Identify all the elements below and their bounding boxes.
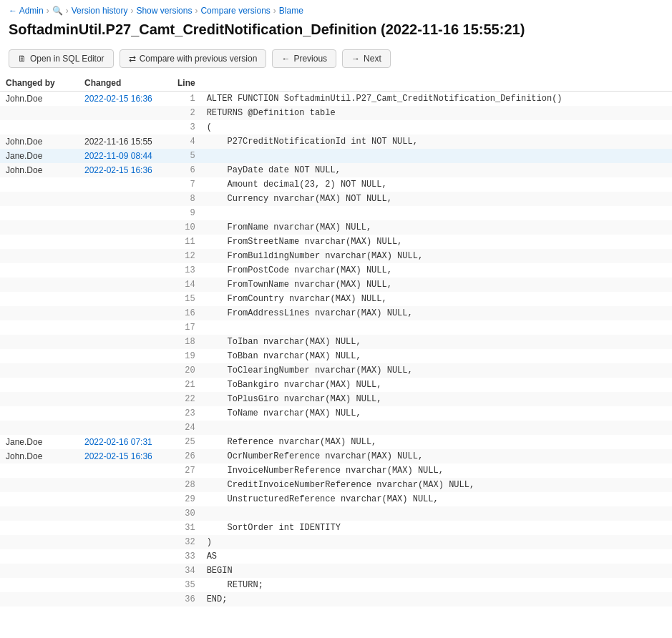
table-row: John.Doe2022-02-15 16:361ALTER FUNCTION …	[0, 92, 672, 107]
cell-code: InvoiceNumberReference nvarchar(MAX) NUL…	[201, 463, 672, 478]
cell-changed-by	[0, 320, 79, 335]
cell-changed[interactable]: 2022-02-16 07:31	[79, 435, 172, 449]
cell-line-number: 30	[172, 506, 201, 521]
cell-changed-by	[0, 535, 79, 549]
cell-changed	[79, 306, 172, 320]
cell-changed-by	[0, 220, 79, 235]
changed-link[interactable]: 2022-02-15 16:36	[84, 451, 152, 461]
cell-code: RETURNS @Definition table	[201, 106, 672, 120]
cell-changed-by	[0, 578, 79, 592]
compare-with-previous-button[interactable]: ⇄ Compare with previous version	[120, 49, 267, 68]
breadcrumb-sep-2: ›	[66, 6, 69, 16]
table-row: 16 FromAddressLines nvarchar(MAX) NULL,	[0, 306, 672, 320]
cell-changed[interactable]: 2022-02-15 16:36	[79, 449, 172, 463]
cell-changed-by: John.Doe	[0, 449, 79, 463]
cell-changed-by	[0, 192, 79, 206]
table-row: Jane.Doe2022-02-16 07:3125 Reference nva…	[0, 435, 672, 449]
table-row: 29 UnstructuredReference nvarchar(MAX) N…	[0, 492, 672, 506]
table-row: 36END;	[0, 592, 672, 607]
cell-code: ToBankgiro nvarchar(MAX) NULL,	[201, 378, 672, 392]
breadcrumb-sep-4: ›	[195, 6, 198, 16]
table-row: 2RETURNS @Definition table	[0, 106, 672, 120]
cell-line-number: 6	[172, 163, 201, 177]
cell-changed	[79, 120, 172, 134]
cell-line-number: 14	[172, 278, 201, 292]
header-code	[201, 75, 672, 92]
next-button[interactable]: → Next	[342, 49, 391, 68]
cell-line-number: 18	[172, 335, 201, 349]
breadcrumb-admin[interactable]: ← Admin	[9, 6, 44, 16]
breadcrumb-compare-versions[interactable]: Compare versions	[200, 6, 270, 16]
cell-line-number: 25	[172, 435, 201, 449]
breadcrumb-version-history[interactable]: Version history	[72, 6, 128, 16]
cell-changed-by: Jane.Doe	[0, 435, 79, 449]
cell-line-number: 2	[172, 106, 201, 120]
header-line: Line	[172, 75, 201, 92]
table-row: 19 ToBban nvarchar(MAX) NULL,	[0, 349, 672, 363]
cell-line-number: 11	[172, 235, 201, 249]
cell-line-number: 20	[172, 363, 201, 378]
compare-label: Compare with previous version	[140, 54, 258, 64]
changed-link[interactable]: 2022-11-09 08:44	[84, 151, 152, 161]
cell-changed[interactable]: 2022-02-15 16:36	[79, 92, 172, 107]
table-row: 34BEGIN	[0, 564, 672, 578]
table-row: 22 ToPlusGiro nvarchar(MAX) NULL,	[0, 392, 672, 406]
changed-link[interactable]: 2022-02-16 07:31	[84, 437, 152, 447]
cell-changed	[79, 363, 172, 378]
breadcrumb-blame[interactable]: Blame	[279, 6, 303, 16]
cell-line-number: 36	[172, 592, 201, 607]
cell-changed	[79, 521, 172, 535]
table-row: 27 InvoiceNumberReference nvarchar(MAX) …	[0, 463, 672, 478]
cell-line-number: 16	[172, 306, 201, 320]
breadcrumb-sep-1: ›	[47, 6, 49, 16]
cell-code	[201, 149, 672, 163]
previous-button[interactable]: ← Previous	[272, 49, 336, 68]
cell-changed	[79, 220, 172, 235]
cell-changed-by	[0, 406, 79, 421]
cell-changed-by	[0, 306, 79, 320]
code-table: Changed by Changed Line John.Doe2022-02-…	[0, 75, 672, 607]
cell-line-number: 24	[172, 421, 201, 435]
cell-changed-by	[0, 521, 79, 535]
cell-changed	[79, 263, 172, 278]
cell-changed[interactable]: 2022-11-09 08:44	[79, 149, 172, 163]
cell-changed	[79, 578, 172, 592]
cell-changed[interactable]: 2022-02-15 16:36	[79, 163, 172, 177]
table-row: 28 CreditInvoiceNumberReference nvarchar…	[0, 478, 672, 492]
table-row: 18 ToIban nvarchar(MAX) NULL,	[0, 335, 672, 349]
cell-code: FromTownName nvarchar(MAX) NULL,	[201, 278, 672, 292]
cell-changed-by: John.Doe	[0, 92, 79, 107]
cell-line-number: 23	[172, 406, 201, 421]
table-row: 8 Currency nvarchar(MAX) NOT NULL,	[0, 192, 672, 206]
toolbar: 🗎 Open in SQL Editor ⇄ Compare with prev…	[0, 45, 672, 75]
cell-changed	[79, 564, 172, 578]
cell-line-number: 12	[172, 249, 201, 263]
table-row: 11 FromStreetName nvarchar(MAX) NULL,	[0, 235, 672, 249]
table-row: 14 FromTownName nvarchar(MAX) NULL,	[0, 278, 672, 292]
cell-line-number: 26	[172, 449, 201, 463]
cell-code: RETURN;	[201, 578, 672, 592]
changed-link[interactable]: 2022-02-15 16:36	[84, 165, 152, 175]
breadcrumb-sep-3: ›	[130, 6, 133, 16]
cell-code: BEGIN	[201, 564, 672, 578]
cell-code: ALTER FUNCTION SoftadminUtil.P27_Camt_Cr…	[201, 92, 672, 107]
previous-label: Previous	[293, 54, 327, 64]
cell-line-number: 21	[172, 378, 201, 392]
cell-code: END;	[201, 592, 672, 607]
table-row: 15 FromCountry nvarchar(MAX) NULL,	[0, 292, 672, 306]
cell-changed	[79, 535, 172, 549]
cell-changed-by	[0, 335, 79, 349]
cell-code: ToClearingNumber nvarchar(MAX) NULL,	[201, 363, 672, 378]
breadcrumb-search[interactable]: 🔍	[52, 6, 63, 16]
cell-line-number: 1	[172, 92, 201, 107]
cell-code: Currency nvarchar(MAX) NOT NULL,	[201, 192, 672, 206]
cell-changed-by	[0, 249, 79, 263]
cell-line-number: 32	[172, 535, 201, 549]
breadcrumb-show-versions[interactable]: Show versions	[136, 6, 192, 16]
cell-changed-by	[0, 120, 79, 134]
cell-code	[201, 206, 672, 220]
cell-changed-by	[0, 478, 79, 492]
changed-link[interactable]: 2022-02-15 16:36	[84, 94, 152, 104]
open-sql-editor-button[interactable]: 🗎 Open in SQL Editor	[9, 49, 114, 68]
cell-changed	[79, 206, 172, 220]
